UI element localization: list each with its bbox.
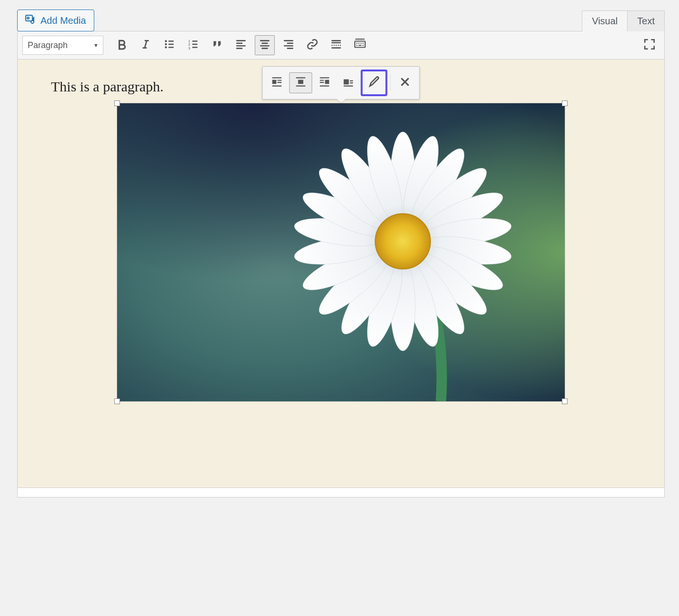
camera-music-icon	[25, 14, 37, 27]
svg-point-1	[27, 17, 29, 19]
svg-rect-11	[325, 80, 330, 84]
quote-icon	[211, 38, 223, 52]
resize-handle-se[interactable]	[562, 398, 568, 404]
format-dropdown[interactable]: Paragraph	[22, 36, 103, 55]
read-more-icon	[330, 38, 342, 52]
svg-rect-9	[272, 80, 277, 84]
svg-rect-12	[344, 79, 349, 85]
link-icon	[306, 38, 319, 52]
read-more-button[interactable]	[326, 35, 346, 55]
italic-button[interactable]	[136, 35, 156, 55]
img-remove-button[interactable]	[394, 72, 417, 93]
editor-footer-edge	[17, 488, 665, 497]
selected-image[interactable]	[117, 103, 565, 401]
bold-button[interactable]	[112, 35, 132, 55]
fullscreen-button[interactable]	[639, 35, 659, 55]
fullscreen-icon	[643, 38, 656, 52]
resize-handle-ne[interactable]	[562, 100, 568, 106]
link-button[interactable]	[302, 35, 322, 55]
img-align-none-icon	[342, 76, 355, 90]
daisy-image-content	[117, 103, 565, 401]
separator	[390, 74, 391, 91]
align-right-icon	[282, 38, 295, 52]
keyboard-icon	[354, 38, 366, 52]
editor-mode-tabs: Visual Text	[582, 10, 665, 31]
img-align-none-button[interactable]	[337, 72, 360, 93]
close-icon	[399, 76, 411, 90]
img-edit-button[interactable]	[361, 70, 388, 96]
svg-text:3: 3	[188, 46, 190, 50]
img-align-left-button[interactable]	[266, 72, 289, 93]
img-align-left-icon	[271, 76, 283, 90]
add-media-button[interactable]: Add Media	[17, 10, 94, 31]
numbered-list-button[interactable]: 123	[183, 35, 203, 55]
add-media-label: Add Media	[40, 15, 86, 26]
blockquote-button[interactable]	[207, 35, 227, 55]
svg-point-4	[165, 46, 167, 48]
align-right-button[interactable]	[279, 35, 299, 55]
keyboard-toggle-button[interactable]	[350, 35, 370, 55]
img-align-right-icon	[319, 76, 331, 90]
bullet-list-button[interactable]	[160, 35, 180, 55]
svg-rect-8	[355, 41, 365, 48]
img-align-center-icon	[295, 76, 307, 90]
pencil-icon	[368, 76, 380, 90]
align-left-button[interactable]	[231, 35, 251, 55]
resize-handle-sw[interactable]	[114, 398, 120, 404]
numbered-list-icon: 123	[187, 38, 200, 52]
tab-visual[interactable]: Visual	[582, 10, 628, 31]
editor-toolbar: Paragraph 123	[17, 31, 665, 60]
editor-content[interactable]: This is a paragraph.	[17, 60, 665, 488]
svg-rect-10	[298, 80, 303, 84]
align-left-icon	[235, 38, 247, 52]
svg-point-2	[165, 40, 167, 42]
bold-icon	[116, 38, 128, 52]
align-center-icon	[259, 38, 271, 52]
bullet-list-icon	[163, 38, 176, 52]
image-inline-toolbar	[262, 66, 420, 99]
resize-handle-nw[interactable]	[114, 100, 120, 106]
img-align-center-button[interactable]	[290, 72, 312, 93]
align-center-button[interactable]	[255, 35, 275, 55]
italic-icon	[140, 38, 152, 52]
tab-text[interactable]: Text	[628, 10, 665, 31]
img-align-right-button[interactable]	[313, 72, 336, 93]
svg-point-3	[165, 43, 167, 45]
